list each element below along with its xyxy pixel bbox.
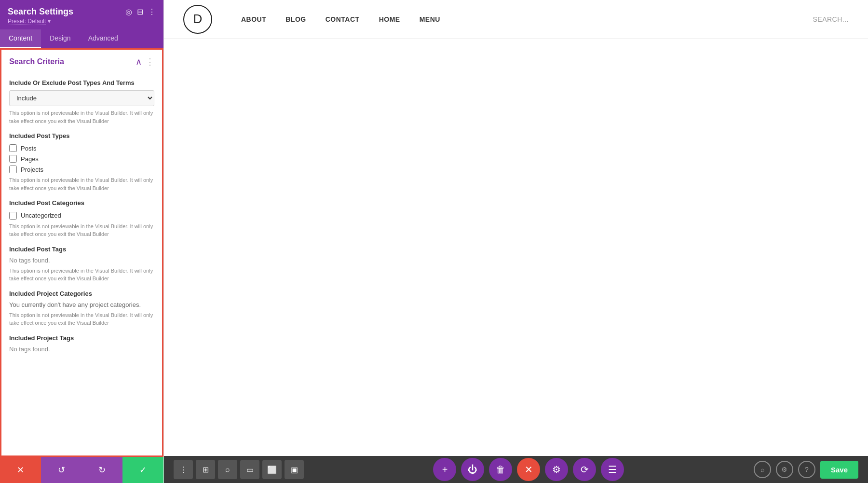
tool-grid[interactable]: ⊞ xyxy=(196,460,215,479)
layout-icon[interactable]: ⊟ xyxy=(137,7,143,16)
included-tags-label: Included Post Tags xyxy=(9,245,154,254)
categories-group: Uncategorized xyxy=(9,212,154,220)
checkbox-projects[interactable]: Projects xyxy=(9,166,154,173)
tool-display-icon: ▭ xyxy=(246,465,254,474)
checkbox-pages-input[interactable] xyxy=(9,155,17,163)
bottom-center-tools: + ⏻ 🗑 ✕ ⚙ ⟳ ☰ xyxy=(433,458,624,481)
add-button[interactable]: + xyxy=(433,458,456,481)
logo-letter: D xyxy=(193,12,203,27)
checkbox-pages[interactable]: Pages xyxy=(9,155,154,163)
section-header: Search Criteria ∧ ⋮ xyxy=(1,50,162,72)
included-project-cats-label: Included Project Categories xyxy=(9,290,154,298)
settings-button[interactable]: ⚙ xyxy=(545,458,568,481)
helper-text-5: This option is not previewable in the Vi… xyxy=(9,311,154,327)
nav-home[interactable]: HOME xyxy=(379,15,400,23)
nav-links: ABOUT BLOG CONTACT HOME MENU xyxy=(241,15,813,23)
main-area: D ABOUT BLOG CONTACT HOME MENU SEARCH...… xyxy=(164,0,868,483)
helper-text-1: This option is not previewable in the Vi… xyxy=(9,109,154,125)
tool-mobile-icon: ▣ xyxy=(291,465,298,474)
tool-search[interactable]: ⌕ xyxy=(218,460,237,479)
include-exclude-label: Include Or Exclude Post Types And Terms xyxy=(9,79,154,87)
cancel-button[interactable]: ✕ xyxy=(0,457,41,483)
content-area xyxy=(164,39,868,456)
bottom-left-tools: ⋮ ⊞ ⌕ ▭ ⬜ ▣ xyxy=(174,460,304,479)
cancel-icon: ✕ xyxy=(17,465,24,475)
helper-text-4: This option is not previewable in the Vi… xyxy=(9,267,154,283)
tool-display[interactable]: ▭ xyxy=(240,460,259,479)
checkbox-posts-input[interactable] xyxy=(9,144,17,152)
helper-text-3: This option is not previewable in the Vi… xyxy=(9,222,154,238)
close-circle-button[interactable]: ✕ xyxy=(517,458,540,481)
tool-search-icon: ⌕ xyxy=(225,465,230,474)
menu-button[interactable]: ☰ xyxy=(601,458,624,481)
sidebar-title: Search Settings xyxy=(8,7,73,17)
nav-about[interactable]: ABOUT xyxy=(241,15,266,23)
sidebar-header-icons: ◎ ⊟ ⋮ xyxy=(125,7,156,16)
sidebar-bottom-bar: ✕ ↺ ↻ ✓ xyxy=(0,457,163,483)
tab-advanced[interactable]: Advanced xyxy=(80,29,127,48)
settings-small-button[interactable]: ⚙ xyxy=(776,461,793,478)
checkbox-uncategorized-input[interactable] xyxy=(9,212,17,220)
power-button[interactable]: ⏻ xyxy=(461,458,484,481)
history-icon: ⟳ xyxy=(581,464,589,475)
tab-design[interactable]: Design xyxy=(41,29,80,48)
nav-menu[interactable]: MENU xyxy=(420,15,440,23)
checkbox-uncategorized-label: Uncategorized xyxy=(21,212,61,219)
included-categories-label: Included Post Categories xyxy=(9,199,154,207)
tool-more[interactable]: ⋮ xyxy=(174,460,193,479)
save-check-icon: ✓ xyxy=(139,465,147,475)
included-post-types-label: Included Post Types xyxy=(9,132,154,140)
tool-grid-icon: ⊞ xyxy=(203,465,209,474)
settings-icon: ⚙ xyxy=(552,464,561,475)
search-small-icon: ⌕ xyxy=(760,466,764,473)
trash-icon: 🗑 xyxy=(496,464,505,475)
checkbox-posts[interactable]: Posts xyxy=(9,144,154,152)
section-more-icon[interactable]: ⋮ xyxy=(146,56,154,67)
redo-icon: ↻ xyxy=(98,465,106,475)
trash-button[interactable]: 🗑 xyxy=(489,458,512,481)
sidebar-header: Search Settings ◎ ⊟ ⋮ Preset: Default ▾ xyxy=(0,0,163,29)
help-button[interactable]: ? xyxy=(798,461,815,478)
nav-search[interactable]: SEARCH... xyxy=(813,15,849,23)
checkbox-pages-label: Pages xyxy=(21,155,39,163)
section-collapse-icons: ∧ ⋮ xyxy=(136,56,154,67)
collapse-icon[interactable]: ∧ xyxy=(136,56,142,67)
tool-layout[interactable]: ⬜ xyxy=(262,460,282,479)
checkbox-projects-label: Projects xyxy=(21,166,43,173)
nav-blog[interactable]: BLOG xyxy=(285,15,306,23)
included-project-tags-label: Included Project Tags xyxy=(9,334,154,343)
no-project-cats-text: You currently don't have any project cat… xyxy=(9,301,154,308)
nav-contact[interactable]: CONTACT xyxy=(326,15,360,23)
undo-icon: ↺ xyxy=(58,465,65,475)
search-small-button[interactable]: ⌕ xyxy=(754,461,771,478)
tool-layout-icon: ⬜ xyxy=(267,465,277,474)
settings-small-icon: ⚙ xyxy=(781,466,787,473)
bottom-right-tools: ⌕ ⚙ ? Save xyxy=(754,461,858,479)
tool-mobile[interactable]: ▣ xyxy=(285,460,304,479)
sidebar-panel-content: Search Criteria ∧ ⋮ Include Or Exclude P… xyxy=(0,48,163,457)
sidebar: Search Settings ◎ ⊟ ⋮ Preset: Default ▾ … xyxy=(0,0,164,483)
redo-button[interactable]: ↻ xyxy=(82,457,123,483)
history-button[interactable]: ⟳ xyxy=(573,458,596,481)
checkbox-projects-input[interactable] xyxy=(9,166,17,173)
add-icon: + xyxy=(442,464,448,475)
checkbox-uncategorized[interactable]: Uncategorized xyxy=(9,212,154,220)
undo-button[interactable]: ↺ xyxy=(41,457,82,483)
settings-body: Include Or Exclude Post Types And Terms … xyxy=(1,79,162,360)
bottom-toolbar: ⋮ ⊞ ⌕ ▭ ⬜ ▣ xyxy=(164,456,868,483)
tab-content[interactable]: Content xyxy=(0,29,41,48)
helper-text-2: This option is not previewable in the Vi… xyxy=(9,176,154,192)
site-logo: D xyxy=(183,5,212,34)
menu-icon: ☰ xyxy=(608,464,617,475)
no-tags-text: No tags found. xyxy=(9,257,154,264)
save-button[interactable]: Save xyxy=(820,461,858,479)
checkbox-posts-label: Posts xyxy=(21,145,37,152)
sidebar-preset[interactable]: Preset: Default ▾ xyxy=(8,18,156,25)
top-nav: D ABOUT BLOG CONTACT HOME MENU SEARCH... xyxy=(164,0,868,39)
focus-icon[interactable]: ◎ xyxy=(125,7,132,16)
save-check-button[interactable]: ✓ xyxy=(122,457,163,483)
include-exclude-select[interactable]: Include Exclude xyxy=(9,90,154,106)
more-icon[interactable]: ⋮ xyxy=(148,7,156,16)
sidebar-tabs: Content Design Advanced xyxy=(0,29,163,48)
post-types-group: Posts Pages Projects xyxy=(9,144,154,173)
